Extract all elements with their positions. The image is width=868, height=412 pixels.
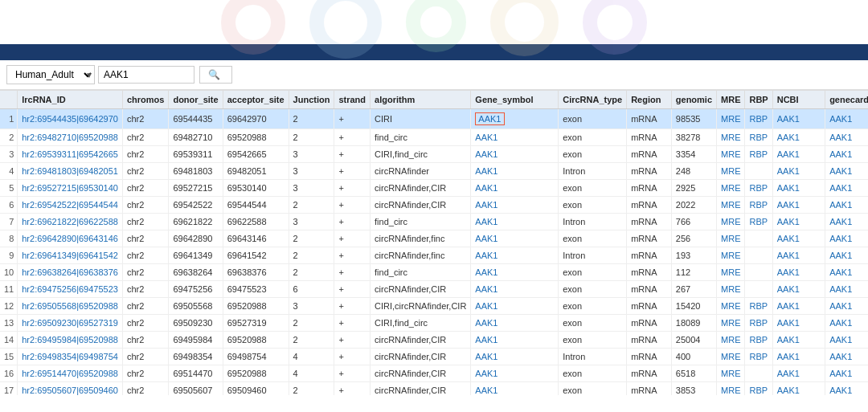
genecards-link[interactable]: AAK1: [829, 267, 852, 277]
species-select[interactable]: Human_Adult Human_Fetal Mouse_Adult Mous…: [6, 65, 95, 84]
mre-link[interactable]: MRE: [721, 318, 740, 328]
nav-download[interactable]: [485, 44, 537, 60]
gene-symbol-link[interactable]: AAK1: [475, 217, 497, 226]
ncbi-link[interactable]: AAK1: [777, 251, 800, 260]
lrcrna-id-link[interactable]: hr2:69505607|69509460: [22, 385, 118, 395]
mre-link[interactable]: MRE: [721, 114, 740, 124]
ncbi-link[interactable]: AAK1: [777, 217, 800, 226]
lrcrna-id-link[interactable]: hr2:69509230|69527319: [22, 318, 118, 328]
lrcrna-id-link[interactable]: hr2:69482710|69520988: [22, 133, 118, 142]
genecards-link[interactable]: AAK1: [829, 301, 852, 311]
gene-symbol-link[interactable]: AAK1: [475, 234, 497, 243]
ncbi-link[interactable]: AAK1: [777, 318, 800, 328]
lrcrna-id-link[interactable]: hr2:69544435|69642970: [22, 114, 118, 124]
genecards-link[interactable]: AAK1: [829, 217, 852, 226]
lrcrna-id-link[interactable]: hr2:69621822|69622588: [22, 217, 118, 226]
lrcrna-id-link[interactable]: hr2:69481803|69482051: [22, 166, 118, 176]
genecards-link[interactable]: AAK1: [829, 352, 852, 361]
search-button[interactable]: 🔍: [199, 66, 232, 84]
gene-symbol-link[interactable]: AAK1: [475, 385, 497, 395]
rbp-link[interactable]: RBP: [749, 301, 768, 311]
lrcrna-id-link[interactable]: hr2:69527215|69530140: [22, 183, 118, 193]
gene-symbol-link[interactable]: AAK1: [475, 133, 497, 142]
gene-symbol-link[interactable]: AAK1: [475, 335, 497, 345]
mre-link[interactable]: MRE: [721, 217, 740, 226]
rbp-link[interactable]: RBP: [749, 352, 768, 361]
gene-input[interactable]: [98, 66, 194, 84]
rbp-link[interactable]: RBP: [749, 385, 768, 395]
mre-link[interactable]: MRE: [721, 234, 740, 243]
genecards-link[interactable]: AAK1: [829, 166, 852, 176]
gene-symbol-link[interactable]: AAK1: [475, 352, 497, 361]
rbp-link[interactable]: RBP: [749, 114, 768, 124]
gene-symbol-link[interactable]: AAK1: [475, 369, 497, 378]
genecards-link[interactable]: AAK1: [829, 133, 852, 142]
genecards-link[interactable]: AAK1: [829, 234, 852, 243]
ncbi-link[interactable]: AAK1: [777, 284, 800, 294]
mre-link[interactable]: MRE: [721, 301, 740, 311]
genecards-link[interactable]: AAK1: [829, 284, 852, 294]
lrcrna-id-link[interactable]: hr2:69539311|69542665: [22, 149, 118, 159]
ncbi-link[interactable]: AAK1: [777, 133, 800, 142]
mre-link[interactable]: MRE: [721, 335, 740, 345]
rbp-link[interactable]: RBP: [749, 200, 768, 210]
genecards-link[interactable]: AAK1: [829, 335, 852, 345]
mre-link[interactable]: MRE: [721, 267, 740, 277]
ncbi-link[interactable]: AAK1: [777, 352, 800, 361]
genecards-link[interactable]: AAK1: [829, 149, 852, 159]
ncbi-link[interactable]: AAK1: [777, 183, 800, 193]
rbp-link[interactable]: RBP: [749, 335, 768, 345]
genecards-link[interactable]: AAK1: [829, 369, 852, 378]
lrcrna-id-link[interactable]: hr2:69505568|69520988: [22, 301, 118, 311]
lrcrna-id-link[interactable]: hr2:69641349|69641542: [22, 251, 118, 260]
lrcrna-id-link[interactable]: hr2:69542522|69544544: [22, 200, 118, 210]
mre-link[interactable]: MRE: [721, 183, 740, 193]
mre-link[interactable]: MRE: [721, 133, 740, 142]
mre-link[interactable]: MRE: [721, 385, 740, 395]
nav-comparison[interactable]: [434, 44, 485, 60]
mre-link[interactable]: MRE: [721, 284, 740, 294]
lrcrna-id-link[interactable]: hr2:69638264|69638376: [22, 267, 118, 277]
lrcrna-id-link[interactable]: hr2:69475256|69475523: [22, 284, 118, 294]
genecards-link[interactable]: AAK1: [829, 251, 852, 260]
mre-link[interactable]: MRE: [721, 251, 740, 260]
mre-link[interactable]: MRE: [721, 352, 740, 361]
mre-link[interactable]: MRE: [721, 149, 740, 159]
gene-symbol-link[interactable]: AAK1: [475, 301, 497, 311]
ncbi-link[interactable]: AAK1: [777, 335, 800, 345]
genecards-link[interactable]: AAK1: [829, 200, 852, 210]
lrcrna-id-link[interactable]: hr2:69514470|69520988: [22, 369, 118, 378]
ncbi-link[interactable]: AAK1: [777, 114, 800, 124]
ncbi-link[interactable]: AAK1: [777, 267, 800, 277]
nav-home[interactable]: [280, 44, 331, 60]
rbp-link[interactable]: RBP: [749, 217, 768, 226]
gene-symbol-link[interactable]: AAK1: [475, 183, 497, 193]
ncbi-link[interactable]: AAK1: [777, 149, 800, 159]
gene-symbol-link[interactable]: AAK1: [475, 149, 497, 159]
ncbi-link[interactable]: AAK1: [777, 385, 800, 395]
rbp-link[interactable]: RBP: [749, 133, 768, 142]
lrcrna-id-link[interactable]: hr2:69498354|69498754: [22, 352, 118, 361]
genecards-link[interactable]: AAK1: [829, 114, 852, 124]
rbp-link[interactable]: RBP: [749, 149, 768, 159]
ncbi-link[interactable]: AAK1: [777, 234, 800, 243]
mre-link[interactable]: MRE: [721, 166, 740, 176]
nav-contact[interactable]: [537, 44, 588, 60]
ncbi-link[interactable]: AAK1: [777, 369, 800, 378]
gene-symbol-link[interactable]: AAK1: [475, 166, 497, 176]
nav-browser-hg19[interactable]: [331, 44, 383, 60]
gene-symbol-link[interactable]: AAK1: [475, 284, 497, 294]
ncbi-link[interactable]: AAK1: [777, 200, 800, 210]
genecards-link[interactable]: AAK1: [829, 318, 852, 328]
rbp-link[interactable]: RBP: [749, 183, 768, 193]
gene-symbol-link[interactable]: AAK1: [475, 200, 497, 210]
gene-symbol-link[interactable]: AAK1: [475, 267, 497, 277]
table-container[interactable]: lrcRNA_ID chromos donor_site acceptor_si…: [0, 90, 868, 395]
genecards-link[interactable]: AAK1: [829, 385, 852, 395]
ncbi-link[interactable]: AAK1: [777, 301, 800, 311]
nav-browser-hg38[interactable]: [383, 44, 434, 60]
gene-symbol-link[interactable]: AAK1: [475, 251, 497, 260]
gene-symbol-link[interactable]: AAK1: [475, 318, 497, 328]
lrcrna-id-link[interactable]: hr2:69642890|69643146: [22, 234, 118, 243]
rbp-link[interactable]: RBP: [749, 318, 768, 328]
